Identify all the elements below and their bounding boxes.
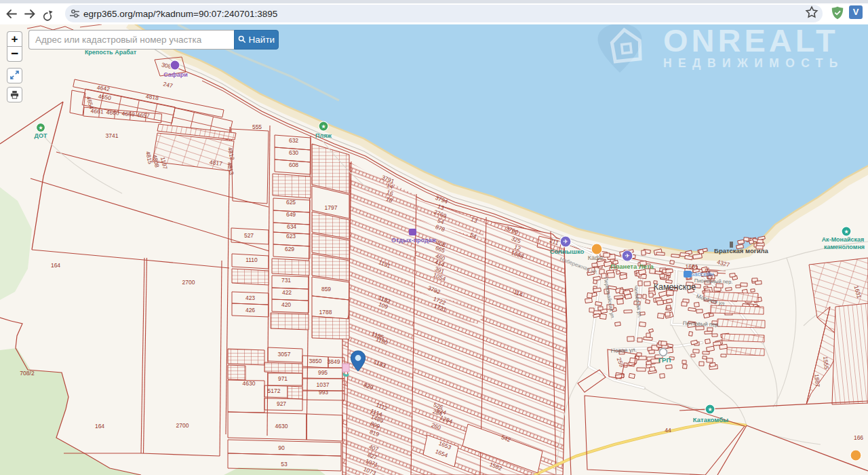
svg-text:ГРП: ГРП (658, 356, 671, 364)
svg-text:1788: 1788 (319, 309, 332, 316)
svg-text:НЕДВИЖИМОСТЬ: НЕДВИЖИМОСТЬ (663, 56, 844, 70)
svg-text:✈: ✈ (625, 252, 630, 259)
svg-text:2700: 2700 (182, 279, 195, 286)
svg-text:53: 53 (281, 461, 288, 468)
svg-text:1110: 1110 (245, 256, 258, 263)
svg-text:629: 629 (285, 246, 294, 252)
svg-text:★: ★ (844, 229, 848, 235)
svg-text:★: ★ (38, 125, 43, 131)
svg-text:каменоломня: каменоломня (824, 244, 865, 250)
svg-text:Кафе: Кафе (588, 254, 604, 261)
svg-text:166: 166 (854, 434, 863, 441)
svg-text:1661: 1661 (686, 263, 698, 270)
svg-text:4659: 4659 (121, 110, 135, 117)
svg-text:1797: 1797 (325, 204, 338, 211)
svg-text:3850: 3850 (309, 358, 322, 364)
svg-text:Катакомбы: Катакомбы (693, 416, 728, 423)
svg-text:4661: 4661 (90, 107, 104, 115)
svg-text:1567: 1567 (813, 374, 821, 387)
svg-text:Планета Лета: Планета Лета (610, 263, 654, 270)
svg-text:Ак-Монайская: Ак-Монайская (822, 236, 865, 243)
svg-text:Новая ул.: Новая ул. (611, 346, 637, 354)
svg-text:44: 44 (665, 427, 671, 434)
svg-text:2700: 2700 (176, 422, 189, 429)
svg-text:625: 625 (286, 199, 296, 206)
svg-text:927: 927 (277, 400, 286, 407)
svg-text:993: 993 (319, 389, 328, 396)
svg-text:Братская могила: Братская могила (714, 247, 768, 254)
svg-text:420: 420 (281, 301, 291, 308)
svg-text:3057: 3057 (278, 351, 291, 358)
svg-text:608: 608 (289, 162, 298, 168)
svg-text:3849: 3849 (328, 358, 340, 365)
svg-text:ДОТ: ДОТ (35, 132, 47, 139)
svg-text:4630: 4630 (275, 423, 288, 430)
svg-text:Сафари: Сафари (163, 71, 188, 78)
svg-text:708/2: 708/2 (20, 370, 35, 377)
svg-text:Солнышко: Солнышко (550, 248, 585, 255)
svg-text:4630: 4630 (243, 380, 256, 387)
svg-text:Каменское: Каменское (654, 282, 696, 292)
svg-text:859: 859 (321, 286, 331, 292)
svg-text:164: 164 (51, 262, 60, 269)
svg-text:3741: 3741 (106, 132, 119, 139)
svg-text:✈: ✈ (563, 238, 568, 245)
svg-text:5172: 5172 (268, 387, 281, 394)
svg-text:632: 632 (289, 137, 298, 144)
svg-text:527: 527 (244, 232, 254, 239)
svg-text:422: 422 (282, 289, 292, 296)
svg-text:623: 623 (286, 233, 296, 240)
svg-text:426: 426 (245, 307, 255, 314)
svg-text:★: ★ (707, 406, 712, 413)
svg-text:Бассейн: Бассейн (690, 271, 714, 278)
svg-text:1555: 1555 (822, 356, 830, 370)
svg-text:4657: 4657 (136, 111, 150, 119)
svg-text:634: 634 (287, 223, 296, 230)
svg-text:Крепость Арабат: Крепость Арабат (85, 49, 137, 56)
svg-text:4660: 4660 (106, 109, 119, 116)
svg-text:423: 423 (245, 294, 255, 301)
svg-text:164: 164 (95, 423, 104, 430)
svg-text:630: 630 (289, 149, 298, 156)
svg-text:ONREALT: ONREALT (663, 24, 839, 58)
svg-text:Отдых-продаж: Отдых-продаж (391, 237, 437, 244)
svg-text:731: 731 (281, 277, 291, 284)
svg-text:971: 971 (278, 375, 288, 382)
svg-text:995: 995 (318, 369, 328, 376)
svg-text:649: 649 (286, 211, 296, 218)
svg-text:★: ★ (321, 124, 326, 130)
svg-text:90: 90 (278, 444, 285, 451)
svg-text:1037: 1037 (317, 381, 330, 388)
svg-text:Пляж: Пляж (315, 132, 332, 139)
svg-text:Почтовый пер.: Почтовый пер. (683, 320, 720, 328)
svg-text:555: 555 (252, 124, 262, 130)
